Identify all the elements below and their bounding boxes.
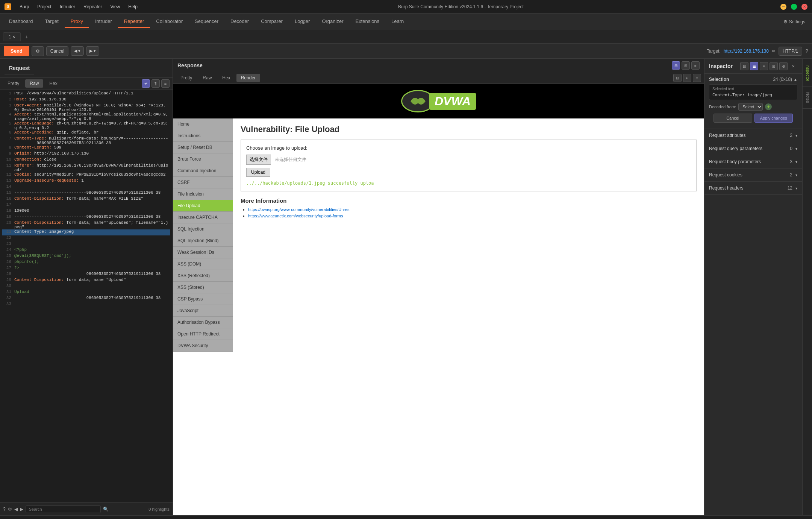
dvwa-nav-instructions[interactable]: Instructions	[173, 130, 233, 142]
tab-logger[interactable]: Logger	[289, 15, 316, 28]
panel-menu-icon[interactable]: ≡	[691, 61, 700, 70]
tab-decoder[interactable]: Decoder	[224, 15, 255, 28]
response-icon1[interactable]: ⊟	[673, 74, 682, 82]
tab-pretty[interactable]: Pretty	[3, 79, 24, 88]
dvwa-nav-xss-stored[interactable]: XSS (Stored)	[173, 282, 233, 293]
menu-project[interactable]: Project	[33, 3, 55, 11]
inspector-icon1[interactable]: ⊟	[740, 62, 748, 70]
decoded-from-select[interactable]: Select	[738, 103, 763, 111]
response-tab-hex[interactable]: Hex	[218, 74, 235, 82]
menu-icon-button[interactable]: ≡	[161, 79, 170, 88]
request-headers-label: Request headers	[709, 185, 743, 191]
tab-collaborator[interactable]: Collaborator	[150, 15, 189, 28]
dvwa-nav-auth[interactable]: Authorisation Bypass	[173, 317, 233, 328]
dvwa-nav-file-inclusion[interactable]: File Inclusion	[173, 188, 233, 200]
tab-dashboard[interactable]: Dashboard	[3, 15, 39, 28]
tab-sequencer[interactable]: Sequencer	[189, 15, 224, 28]
dvwa-nav-setup[interactable]: Setup / Reset DB	[173, 142, 233, 153]
dvwa-nav-redirect[interactable]: Open HTTP Redirect	[173, 328, 233, 340]
response-icon2[interactable]: ↵	[683, 74, 691, 82]
response-tab-raw[interactable]: Raw	[198, 74, 216, 82]
dvwa-nav-csp[interactable]: CSP Bypass	[173, 293, 233, 305]
tab-organizer[interactable]: Organizer	[316, 15, 349, 28]
close-button[interactable]: ✕	[801, 4, 807, 10]
dvwa-nav-command[interactable]: Command Injection	[173, 165, 233, 177]
menu-repeater[interactable]: Repeater	[80, 3, 106, 11]
cancel-button[interactable]: Cancel	[46, 46, 68, 56]
inspector-split-icon[interactable]: ⊞	[770, 62, 778, 70]
split-vertical-icon[interactable]: ⊞	[682, 61, 690, 70]
decoded-add-button[interactable]: +	[765, 103, 772, 110]
tab-learn[interactable]: Learn	[385, 15, 410, 28]
new-tab-button[interactable]: +	[21, 32, 32, 41]
tab-extensions[interactable]: Extensions	[350, 15, 386, 28]
query-params-header[interactable]: Request query parameters 0 ▾	[704, 142, 802, 155]
help-icon[interactable]: ?	[805, 48, 808, 54]
dvwa-nav-xss-reflected[interactable]: XSS (Reflected)	[173, 270, 233, 282]
dvwa-nav-weak-session[interactable]: Weak Session IDs	[173, 247, 233, 258]
inspector-icon2[interactable]: ☰	[750, 62, 758, 70]
decoded-from-label: Decoded from:	[709, 105, 736, 109]
dvwa-link-1[interactable]: https://owasp.org/www-community/vulnerab…	[248, 207, 697, 212]
tab-intruder[interactable]: Intruder	[89, 15, 118, 28]
body-params-header[interactable]: Request body parameters 3 ▾	[704, 155, 802, 168]
maximize-button[interactable]: □	[791, 4, 797, 10]
request-headers-header[interactable]: Request headers 12 ▾	[704, 182, 802, 194]
inspector-close-icon[interactable]: ✕	[789, 62, 797, 70]
next-search-icon[interactable]: ▶	[20, 507, 23, 512]
tab-raw[interactable]: Raw	[25, 79, 43, 88]
newline-icon-button[interactable]: ¶	[151, 79, 160, 88]
inspector-cancel-button[interactable]: Cancel	[714, 114, 752, 123]
menu-burp[interactable]: Burp	[16, 3, 33, 11]
dvwa-nav-xss-dom[interactable]: XSS (DOM)	[173, 258, 233, 270]
inspector-apply-button[interactable]: Apply changes	[754, 114, 793, 123]
wrap-icon-button[interactable]: ↵	[142, 79, 150, 88]
dvwa-choose-file-button[interactable]: 选择文件	[246, 155, 271, 165]
request-body[interactable]: 1POST /dvwa/DVWA/vulnerabilities/upload/…	[0, 90, 173, 502]
dvwa-nav-captcha[interactable]: Insecure CAPTCHA	[173, 212, 233, 223]
dvwa-no-file-label: 未选择任何文件	[275, 156, 306, 163]
tab-comparer[interactable]: Comparer	[255, 15, 289, 28]
prev-button[interactable]: ◀ ▾	[71, 46, 84, 56]
search-input[interactable]	[26, 505, 101, 513]
settings-button[interactable]: ⚙ Settings	[780, 18, 809, 26]
next-button[interactable]: ▶ ▾	[86, 46, 99, 56]
http-version-button[interactable]: HTTP/1	[779, 47, 802, 56]
cookies-header[interactable]: Request cookies 2 ▾	[704, 168, 802, 181]
dvwa-nav-file-upload[interactable]: File Upload	[173, 200, 233, 212]
menu-view[interactable]: View	[106, 3, 124, 11]
settings-gear-button[interactable]: ⚙	[32, 46, 44, 56]
response-tab-render[interactable]: Render	[236, 74, 260, 82]
dvwa-nav-sql-blind[interactable]: SQL Injection (Blind)	[173, 235, 233, 247]
tab-target[interactable]: Target	[39, 15, 65, 28]
dvwa-nav-csrf[interactable]: CSRF	[173, 177, 233, 188]
prev-search-icon[interactable]: ◀	[14, 507, 18, 512]
tab-hex[interactable]: Hex	[45, 79, 62, 88]
search-icon[interactable]: 🔍	[103, 507, 109, 512]
side-tab-inspector[interactable]: Inspector	[803, 59, 812, 87]
dvwa-link-2[interactable]: https://www.acunetix.com/websecurity/upl…	[248, 214, 697, 218]
request-attributes-header[interactable]: Request attributes 2 ▾	[704, 129, 802, 142]
dvwa-nav-sql[interactable]: SQL Injection	[173, 223, 233, 235]
menu-intruder[interactable]: Intruder	[56, 3, 79, 11]
send-button[interactable]: Send	[4, 46, 29, 56]
dvwa-upload-button[interactable]: Upload	[246, 168, 270, 177]
menu-help[interactable]: Help	[124, 3, 141, 11]
response-tab-pretty[interactable]: Pretty	[176, 74, 197, 82]
dvwa-nav-home[interactable]: Home	[173, 118, 233, 130]
selection-chevron-icon[interactable]: ▲	[794, 77, 797, 82]
tab-repeater[interactable]: Repeater	[118, 15, 150, 28]
inspector-align-icon[interactable]: ≡	[760, 62, 768, 70]
side-tab-notes[interactable]: Notes	[803, 87, 812, 109]
instance-tab-1[interactable]: 1 ×	[3, 32, 21, 41]
dvwa-nav-security[interactable]: DVWA Security	[173, 340, 233, 352]
minimize-button[interactable]: ─	[780, 4, 786, 10]
dvwa-nav-js[interactable]: JavaScript	[173, 305, 233, 317]
response-icon3[interactable]: ≡	[693, 74, 701, 82]
inspector-gear-icon[interactable]: ⚙	[779, 62, 788, 70]
dvwa-nav-brute[interactable]: Brute Force	[173, 153, 233, 165]
tab-proxy[interactable]: Proxy	[65, 15, 89, 28]
split-horizontal-icon[interactable]: ⊟	[672, 61, 680, 70]
request-line-26: 26phpinfo();	[2, 260, 170, 266]
edit-icon[interactable]: ✏	[772, 49, 776, 54]
